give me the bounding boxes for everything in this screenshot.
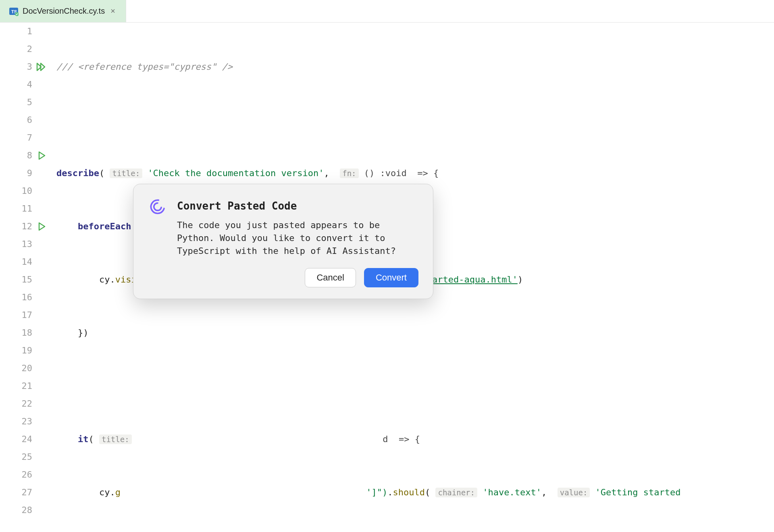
line-number: 10	[0, 182, 32, 200]
paren: )	[518, 274, 523, 285]
code-line: cy.g ']").should( chainer: 'have.text', …	[56, 484, 774, 501]
line-number: 14	[0, 253, 32, 271]
line-number: 3	[0, 58, 32, 76]
cancel-button[interactable]: Cancel	[305, 268, 356, 287]
param-hint: fn:	[340, 168, 358, 178]
object-ref: cy	[99, 274, 110, 285]
tab-docversioncheck[interactable]: TS DocVersionCheck.cy.ts ×	[0, 0, 126, 22]
line-number: 24	[0, 430, 32, 448]
method-call: should	[393, 487, 424, 497]
cypress-ts-file-icon: TS	[9, 6, 19, 16]
line-number: 1	[0, 23, 32, 40]
dialog-message: The code you just pasted appears to be P…	[177, 219, 418, 258]
line-number: 28	[0, 501, 32, 519]
line-number: 26	[0, 466, 32, 484]
line-number: 20	[0, 360, 32, 377]
line-number: 23	[0, 413, 32, 430]
line-number: 2	[0, 40, 32, 58]
line-number: 22	[0, 395, 32, 413]
code-line: it( title: d => {	[56, 430, 774, 448]
gutter-icons-column	[36, 23, 52, 532]
line-number: 19	[0, 342, 32, 360]
line-number: 27	[0, 484, 32, 501]
code-line: /// <reference types="cypress" />	[56, 58, 774, 76]
string-literal: 'have.text'	[483, 487, 541, 497]
code-editor[interactable]: 1234567891011121314151617181920212223242…	[0, 23, 774, 532]
line-number: 16	[0, 289, 32, 306]
code-line: })	[56, 324, 774, 342]
fn-call: it	[78, 434, 89, 444]
string-literal: ']")	[366, 487, 387, 497]
brace-close: })	[78, 328, 89, 338]
line-number: 18	[0, 324, 32, 342]
signature: () :void => {	[364, 168, 439, 178]
method-call: g	[115, 487, 121, 497]
line-number-gutter: 1234567891011121314151617181920212223242…	[0, 23, 36, 532]
param-hint: chainer:	[435, 488, 477, 497]
run-all-icon[interactable]	[36, 62, 46, 71]
run-icon[interactable]	[38, 222, 46, 231]
param-hint: value:	[558, 488, 590, 497]
line-number: 11	[0, 200, 32, 218]
line-number: 17	[0, 306, 32, 324]
param-hint: title:	[110, 168, 142, 178]
line-number: 25	[0, 448, 32, 466]
object-ref: cy	[99, 487, 110, 497]
line-number: 21	[0, 377, 32, 395]
string-literal: 'Check the documentation version'	[148, 168, 324, 178]
fn-call: describe	[56, 168, 99, 178]
string-literal: 'Getting started	[595, 487, 681, 497]
fn-call: beforeEach	[78, 221, 131, 231]
line-number: 12	[0, 218, 32, 235]
tab-bar: TS DocVersionCheck.cy.ts ×	[0, 0, 774, 23]
convert-button[interactable]: Convert	[364, 268, 418, 287]
line-number: 7	[0, 129, 32, 147]
line-number: 5	[0, 94, 32, 111]
signature: d => {	[383, 434, 420, 444]
ai-assistant-icon	[148, 197, 167, 216]
close-icon[interactable]: ×	[109, 6, 117, 16]
line-number: 8	[0, 147, 32, 164]
dialog-title: Convert Pasted Code	[177, 197, 418, 215]
line-number: 13	[0, 235, 32, 253]
comment-text: /// <reference types="cypress" />	[56, 62, 233, 72]
code-line: describe( title: 'Check the documentatio…	[56, 164, 774, 182]
line-number: 15	[0, 271, 32, 289]
line-number: 6	[0, 111, 32, 129]
line-number: 4	[0, 76, 32, 94]
line-number: 9	[0, 164, 32, 182]
run-icon[interactable]	[38, 151, 46, 160]
tab-filename: DocVersionCheck.cy.ts	[23, 6, 105, 16]
convert-pasted-code-dialog: Convert Pasted Code The code you just pa…	[133, 184, 433, 299]
param-hint: title:	[99, 434, 132, 444]
